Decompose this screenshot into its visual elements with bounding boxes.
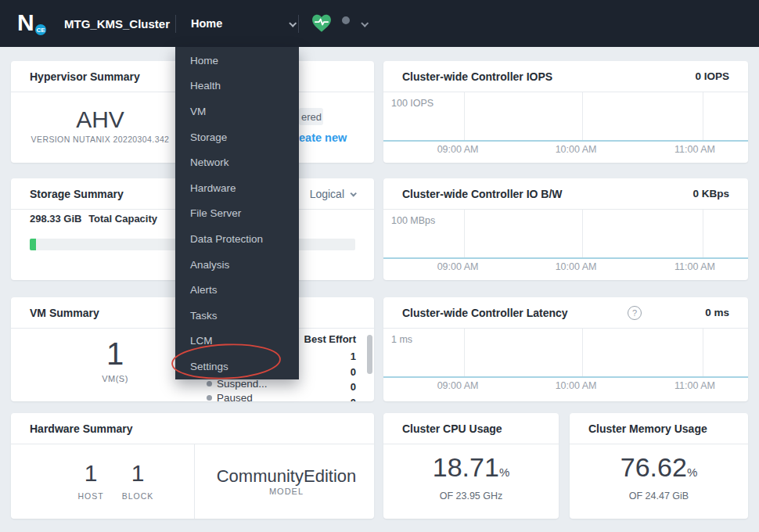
gridline bbox=[703, 210, 703, 259]
x-tick: 11:00 AM bbox=[674, 380, 715, 391]
cluster-memory-usage-card: Cluster Memory Usage 76.62% OF 24.47 GiB bbox=[570, 413, 748, 519]
gridline bbox=[464, 329, 465, 378]
x-tick: 09:00 AM bbox=[437, 144, 479, 155]
menu-item-tasks[interactable]: Tasks bbox=[175, 303, 299, 329]
vertical-divider bbox=[194, 444, 195, 519]
menu-item-analysis[interactable]: Analysis bbox=[175, 252, 299, 278]
nav-dropdown-menu: Home Health VM Storage Network Hardware … bbox=[175, 47, 299, 379]
hypervisor-version: VERSION NUTANIX 20220304.342 bbox=[11, 135, 189, 144]
vm-state-row[interactable]: Suspend... bbox=[207, 378, 268, 390]
current-value: 0 KBps bbox=[692, 188, 729, 200]
help-icon[interactable]: ? bbox=[628, 306, 642, 320]
iops-chart-plot: 100 IOPS bbox=[383, 92, 748, 142]
storage-used-segment bbox=[30, 239, 36, 250]
gridline bbox=[582, 210, 583, 259]
status-badge: ered bbox=[299, 108, 323, 125]
gridline bbox=[464, 92, 465, 142]
menu-item-file-server[interactable]: File Server bbox=[175, 201, 299, 227]
state-label: Paused bbox=[217, 392, 253, 401]
gridline bbox=[703, 92, 703, 142]
controller-iops-card: Cluster-wide Controller IOPS 0 IOPS 100 … bbox=[383, 61, 748, 163]
priority-value: 0 bbox=[304, 381, 356, 397]
current-value: 0 ms bbox=[705, 307, 729, 318]
hypervisor-name: AHV bbox=[11, 106, 189, 133]
cluster-name[interactable]: MTG_KMS_Cluster bbox=[64, 0, 170, 47]
selector-value: Logical bbox=[310, 188, 344, 200]
header-divider bbox=[298, 15, 299, 33]
card-title: Cluster Memory Usage bbox=[588, 422, 707, 435]
menu-item-vm[interactable]: VM bbox=[175, 99, 299, 124]
x-tick: 09:00 AM bbox=[437, 380, 479, 391]
chevron-down-icon bbox=[350, 190, 356, 196]
state-label: Suspend... bbox=[217, 378, 268, 390]
state-dot-icon bbox=[207, 395, 212, 401]
priority-header: Best Effort bbox=[304, 333, 356, 345]
zero-series-line bbox=[383, 140, 748, 142]
priority-value: 0 bbox=[304, 397, 356, 402]
priority-column: Best Effort 1 0 0 0 bbox=[304, 333, 356, 401]
priority-value: 0 bbox=[304, 366, 356, 382]
latency-chart-plot: 1 ms bbox=[383, 329, 748, 378]
user-menu-icon[interactable] bbox=[342, 16, 350, 24]
user-menu-chevron-icon[interactable] bbox=[361, 20, 369, 27]
x-tick: 11:00 AM bbox=[674, 261, 715, 272]
hardware-summary-card: Hardware Summary 1 HOST 1 BLOCK Communit… bbox=[11, 413, 374, 519]
vm-list-scrollbar[interactable] bbox=[367, 335, 372, 374]
cluster-cpu-usage-card: Cluster CPU Usage 18.71% OF 23.95 GHz bbox=[383, 413, 559, 519]
x-tick: 10:00 AM bbox=[556, 261, 597, 272]
vm-state-row[interactable]: Paused bbox=[207, 392, 253, 401]
header-divider bbox=[175, 15, 176, 33]
capacity-label: Total Capacity bbox=[88, 213, 157, 225]
menu-item-lcm[interactable]: LCM bbox=[175, 329, 299, 354]
menu-item-alerts[interactable]: Alerts bbox=[175, 277, 299, 303]
vm-count-stat[interactable]: 1 VM(S) bbox=[72, 338, 158, 383]
storage-view-selector[interactable]: Logical bbox=[310, 188, 355, 200]
block-label: BLOCK bbox=[106, 491, 169, 501]
x-tick: 10:00 AM bbox=[556, 144, 597, 155]
memory-usage-value: 76.62% bbox=[570, 452, 748, 483]
zero-series-line bbox=[383, 257, 748, 259]
memory-capacity: OF 24.47 GiB bbox=[570, 491, 748, 501]
priority-value: 1 bbox=[304, 350, 356, 366]
menu-item-home[interactable]: Home bbox=[175, 48, 299, 74]
controller-iobw-card: Cluster-wide Controller IO B/W 0 KBps 10… bbox=[383, 178, 748, 280]
page-selector-label: Home bbox=[191, 17, 222, 30]
menu-item-network[interactable]: Network bbox=[175, 149, 299, 175]
card-title: Cluster-wide Controller IO B/W bbox=[402, 188, 563, 200]
capacity-line: 298.33 GiB Total Capacity bbox=[30, 213, 157, 225]
block-stat[interactable]: 1 BLOCK bbox=[106, 462, 169, 501]
x-tick: 11:00 AM bbox=[674, 144, 715, 155]
iobw-chart-plot: 100 MBps bbox=[383, 210, 748, 259]
capacity-value: 298.33 GiB bbox=[30, 213, 82, 225]
cpu-percent: 18.71 bbox=[433, 452, 499, 482]
health-heart-icon[interactable] bbox=[311, 14, 332, 36]
card-title: Cluster-wide Controller IOPS bbox=[402, 70, 552, 83]
y-axis-max-label: 100 MBps bbox=[391, 215, 435, 226]
card-title: Cluster CPU Usage bbox=[402, 422, 502, 435]
menu-item-hardware[interactable]: Hardware bbox=[175, 175, 299, 201]
cpu-capacity: OF 23.95 GHz bbox=[383, 491, 559, 501]
top-bar: N CE MTG_KMS_Cluster Home bbox=[0, 0, 759, 47]
nutanix-logo[interactable]: N bbox=[17, 9, 34, 36]
card-title: Storage Summary bbox=[30, 188, 124, 200]
community-edition-badge: CE bbox=[34, 23, 48, 37]
card-title: Cluster-wide Controller Latency bbox=[402, 307, 568, 319]
x-tick: 09:00 AM bbox=[437, 261, 479, 272]
y-axis-max-label: 100 IOPS bbox=[391, 98, 433, 109]
hypervisor-summary-card: Hypervisor Summary AHV VERSION NUTANIX 2… bbox=[11, 61, 189, 163]
register-link[interactable]: eate new bbox=[299, 131, 347, 144]
zero-series-line bbox=[383, 376, 748, 378]
menu-item-data-protection[interactable]: Data Protection bbox=[175, 226, 299, 252]
cpu-usage-value: 18.71% bbox=[383, 452, 559, 483]
menu-item-settings[interactable]: Settings bbox=[175, 354, 299, 379]
card-title: VM Summary bbox=[30, 307, 99, 319]
menu-item-storage[interactable]: Storage bbox=[175, 124, 299, 150]
y-axis-max-label: 1 ms bbox=[391, 334, 412, 345]
x-axis: 09:00 AM 10:00 AM 11:00 AM bbox=[383, 380, 748, 394]
menu-item-health[interactable]: Health bbox=[175, 74, 299, 99]
card-title: Hardware Summary bbox=[30, 422, 133, 435]
gridline bbox=[582, 92, 583, 142]
x-axis: 09:00 AM 10:00 AM 11:00 AM bbox=[383, 144, 748, 158]
percent-sign: % bbox=[499, 466, 509, 479]
page-selector-home[interactable]: Home bbox=[191, 0, 295, 47]
